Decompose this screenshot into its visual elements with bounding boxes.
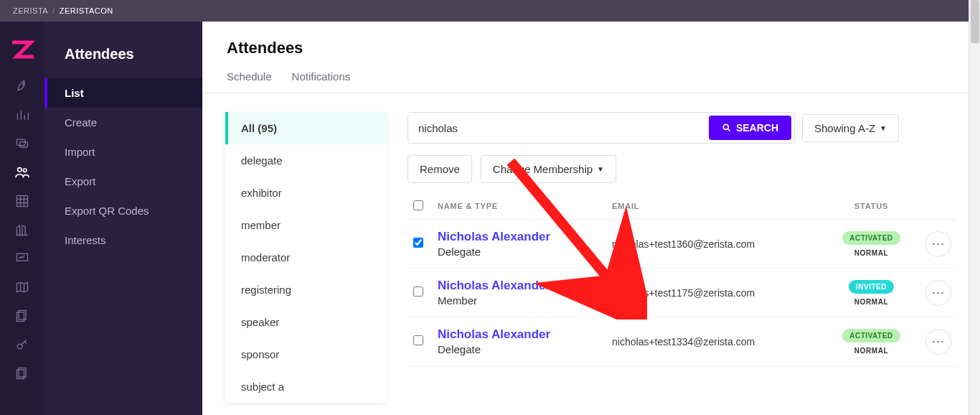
chart-icon [15, 108, 29, 122]
rail-item-map[interactable] [0, 273, 44, 302]
breadcrumb-current[interactable]: ZERISTACON [60, 6, 113, 15]
row-checkbox[interactable] [413, 286, 423, 297]
svg-point-12 [723, 124, 728, 129]
row-checkbox[interactable] [413, 335, 423, 345]
filter-moderator[interactable]: moderator [225, 241, 387, 274]
change-membership-button[interactable]: Change Membership ▼ [481, 155, 616, 183]
svg-rect-5 [17, 196, 28, 207]
sort-button[interactable]: Showing A-Z ▼ [802, 114, 899, 142]
rail-item-launch[interactable] [0, 72, 44, 101]
attendee-email: nicholas+test1175@zerista.com [606, 269, 823, 317]
svg-point-3 [18, 168, 22, 172]
filter-all-95-[interactable]: All (95) [225, 112, 387, 144]
filter-exhibitor[interactable]: exhibitor [225, 177, 387, 209]
col-name: NAME & TYPE [432, 193, 606, 220]
filter-sponsor[interactable]: sponsor [225, 338, 387, 370]
people-icon [14, 164, 30, 180]
col-email: EMAIL [606, 193, 823, 220]
chevron-down-icon: ▼ [880, 124, 887, 132]
status-badge: ACTIVATED [842, 329, 900, 342]
attendee-role: Member [438, 294, 600, 307]
breadcrumb: ZERISTA / ZERISTACON [0, 0, 980, 22]
main-area: Attendees ScheduleNotifications All (95)… [202, 22, 980, 415]
filter-member[interactable]: member [225, 209, 387, 241]
presentation-icon [15, 251, 29, 266]
remove-button[interactable]: Remove [407, 155, 472, 183]
col-status: STATUS [823, 193, 920, 220]
rail-item-docs[interactable] [0, 302, 44, 330]
chevron-down-icon: ▼ [597, 165, 604, 173]
rail-item-buildings[interactable] [0, 215, 44, 244]
subtab-notifications[interactable]: Notifications [292, 70, 351, 93]
sidebar-item-list[interactable]: List [44, 78, 202, 108]
breadcrumb-root[interactable]: ZERISTA [13, 6, 48, 15]
svg-rect-1 [17, 139, 26, 145]
files-icon [15, 309, 29, 323]
sidebar-item-export-qr-codes[interactable]: Export QR Codes [44, 196, 202, 225]
sidebar-item-interests[interactable]: Interests [44, 225, 202, 255]
status-badge: ACTIVATED [842, 231, 900, 245]
side-panel: Attendees ListCreateImportExportExport Q… [44, 22, 202, 415]
filter-speaker[interactable]: speaker [225, 306, 387, 338]
side-panel-title: Attendees [44, 39, 202, 78]
buildings-icon [15, 223, 29, 237]
attendee-name-link[interactable]: Nicholas Alexander [438, 327, 600, 342]
row-actions-button[interactable]: ··· [925, 231, 951, 257]
sort-label: Showing A-Z [814, 122, 875, 134]
table-row: Nicholas AlexanderMembernicholas+test117… [407, 269, 957, 317]
status-sub: NORMAL [829, 298, 914, 306]
attendees-table: NAME & TYPE EMAIL STATUS Nicholas Alexan… [407, 193, 957, 366]
rail-item-messages[interactable] [0, 129, 44, 158]
search-input[interactable] [408, 113, 706, 143]
search-button-label: SEARCH [736, 122, 778, 134]
select-all-checkbox[interactable] [413, 200, 423, 210]
rail-item-docs2[interactable] [0, 359, 44, 388]
row-checkbox[interactable] [413, 238, 423, 248]
attendee-name-link[interactable]: Nicholas Alexander [438, 279, 600, 293]
change-membership-label: Change Membership [493, 163, 593, 175]
filter-delegate[interactable]: delegate [225, 144, 387, 177]
window-scrollbar[interactable] [969, 0, 980, 415]
map-icon [15, 280, 29, 294]
page-title: Attendees [227, 39, 956, 57]
chat-icon [15, 136, 29, 151]
breadcrumb-separator: / [52, 6, 55, 15]
rail-item-key[interactable] [0, 330, 44, 359]
rocket-icon [15, 79, 29, 93]
status-sub: NORMAL [829, 249, 914, 257]
attendee-role: Delegate [438, 343, 600, 355]
search-box: SEARCH [407, 112, 795, 144]
attendee-role: Delegate [438, 246, 600, 258]
row-actions-button[interactable]: ··· [925, 329, 951, 355]
search-icon [722, 123, 732, 133]
grid-icon [15, 194, 29, 208]
subtab-schedule[interactable]: Schedule [227, 70, 272, 93]
rail-item-grid[interactable] [0, 187, 44, 215]
attendee-email: nicholas+test1360@zerista.com [606, 220, 823, 269]
status-sub: NORMAL [829, 347, 914, 355]
filter-list: All (95)delegateexhibitormembermoderator… [225, 112, 387, 403]
app-logo[interactable] [0, 27, 44, 72]
rail-item-analytics[interactable] [0, 101, 44, 129]
key-icon [15, 337, 29, 352]
search-button[interactable]: SEARCH [709, 116, 791, 140]
svg-point-9 [17, 344, 22, 349]
sidebar-item-import[interactable]: Import [44, 137, 202, 167]
scrollbar-thumb[interactable] [971, 0, 979, 43]
svg-point-4 [23, 169, 27, 172]
filter-registering[interactable]: registering [225, 274, 387, 306]
attendee-name-link[interactable]: Nicholas Alexander [438, 230, 600, 244]
filter-subject-a[interactable]: subject a [225, 370, 387, 403]
table-row: Nicholas AlexanderDelegatenicholas+test1… [407, 317, 957, 366]
rail-item-attendees[interactable] [0, 158, 44, 187]
rail-item-presentation[interactable] [0, 244, 44, 273]
icon-rail [0, 22, 44, 415]
zerista-logo-icon [9, 37, 35, 62]
sidebar-item-export[interactable]: Export [44, 167, 202, 196]
files2-icon [15, 366, 29, 381]
svg-point-0 [22, 83, 24, 85]
sidebar-item-create[interactable]: Create [44, 108, 202, 137]
row-actions-button[interactable]: ··· [925, 280, 951, 306]
status-badge: INVITED [849, 280, 894, 294]
svg-rect-2 [20, 142, 28, 148]
